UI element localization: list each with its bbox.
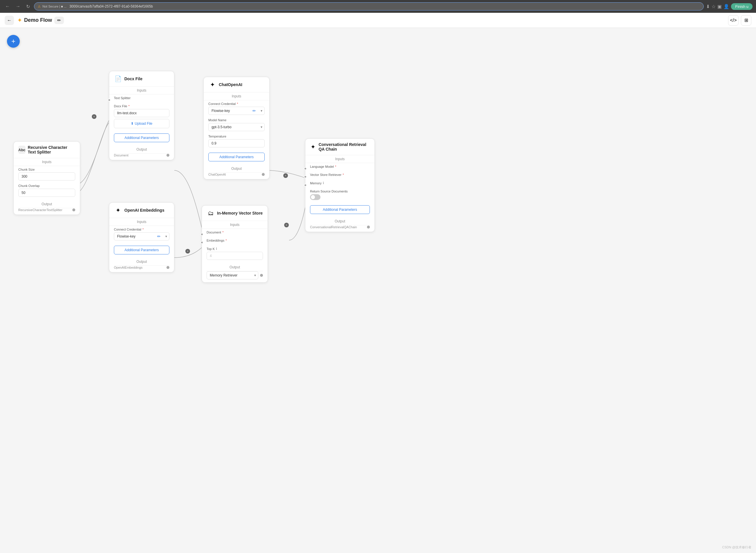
top-k-label: Top K ℹ — [207, 247, 263, 251]
top-k-info-icon[interactable]: ℹ — [216, 247, 217, 251]
conversational-qa-node: ✦ Conversational Retrieval QA Chain Inpu… — [305, 138, 375, 232]
chunk-overlap-label: Chunk Overlap — [18, 184, 75, 187]
model-name-field: Model Name gpt-3.5-turbo — [204, 116, 269, 133]
upload-file-button[interactable]: ⬆ Upload File — [114, 119, 169, 128]
docx-file-label: Docx File * — [114, 104, 169, 108]
openai-embeddings-node: ✦ OpenAI Embeddings Inputs Connect Crede… — [109, 203, 174, 272]
embeddings-icon: ✦ — [114, 206, 122, 214]
vsr-required: * — [343, 173, 344, 176]
chatopenai-output-label: Output — [208, 165, 265, 173]
model-select-wrapper: gpt-3.5-turbo — [208, 123, 265, 131]
download-btn[interactable]: ⬇ — [706, 4, 710, 9]
qa-additional-params-button[interactable]: Additional Parameters — [310, 205, 370, 214]
temperature-input[interactable] — [208, 139, 265, 147]
abc-icon: Abc — [18, 146, 25, 154]
docx-additional-params-button[interactable]: Additional Parameters — [114, 134, 169, 142]
address-text: Not Secure | ■ ... — [42, 5, 67, 8]
chatopenai-additional-params: Additional Parameters — [204, 149, 269, 163]
reload-btn[interactable]: ↻ — [24, 3, 32, 10]
chunk-overlap-input[interactable] — [18, 189, 75, 197]
save-button[interactable]: ⊞ — [741, 15, 751, 25]
vector-store-output-label: Output — [207, 263, 263, 271]
embeddings-connect-label: Embeddings * — [207, 239, 263, 242]
return-source-label: Return Source Documents — [310, 189, 370, 193]
embeddings-req-star: * — [225, 239, 226, 242]
canvas: + Abc Recursive Character Text Splitter … — [0, 28, 756, 553]
connect-credential-field: Connect Credential * Flowise-key ✏ — [204, 100, 269, 116]
forward-nav-btn[interactable]: → — [14, 3, 22, 10]
docx-additional-params: Additional Parameters — [109, 130, 174, 144]
docx-disconnect-btn[interactable]: × — [92, 114, 96, 119]
vector-store-disconnect-btn[interactable]: × — [284, 223, 289, 227]
docx-title: Docx File — [124, 76, 143, 81]
document-connector — [200, 233, 203, 236]
text-splitter-label: Text Splitter — [114, 96, 169, 100]
app-header: ← ✦ Demo Flow ✏ </> ⊞ — [0, 13, 756, 28]
vector-store-output-row: Memory Retriever — [207, 271, 263, 280]
chatopenai-output: Output ChatOpenAI — [204, 163, 269, 179]
model-name-label: Model Name — [208, 118, 265, 122]
chatopenai-title: ChatOpenAI — [219, 82, 242, 87]
memory-info-icon[interactable]: ℹ — [323, 181, 324, 185]
temperature-field: Temperature — [204, 133, 269, 149]
memory-retriever-wrapper: Memory Retriever — [207, 271, 258, 280]
edit-credential-icon[interactable]: ✏ — [253, 108, 256, 113]
memory-connector — [304, 184, 307, 187]
embeddings-required: * — [143, 228, 144, 231]
watermark: CSDN @技术修行者 — [722, 545, 751, 550]
top-k-input[interactable] — [207, 252, 263, 260]
language-model-label: Language Model * — [310, 165, 370, 168]
text-splitter-connector — [108, 98, 111, 101]
recursive-splitter-header: Abc Recursive Character Text Splitter — [14, 142, 80, 158]
app-title: ✦ Demo Flow ✏ — [17, 17, 64, 24]
return-source-toggle[interactable] — [310, 194, 320, 200]
vector-store-title: In-Memory Vector Store — [217, 211, 263, 216]
top-k-field: Top K ℹ — [202, 245, 268, 262]
back-nav-btn[interactable]: ← — [3, 3, 12, 10]
embeddings-additional-params-button[interactable]: Additional Parameters — [114, 246, 169, 254]
embeddings-disconnect-btn[interactable]: × — [185, 249, 190, 253]
address-bar[interactable]: ⚠ Not Secure | ■ ... 3000/canvas/b7affa0… — [34, 2, 704, 10]
language-model-field: Language Model * — [305, 163, 375, 171]
chunk-size-input[interactable] — [18, 172, 75, 180]
chatopenai-output-value: ChatOpenAI — [208, 173, 226, 176]
vector-store-inputs-label: Inputs — [202, 221, 268, 229]
back-button[interactable]: ← — [5, 16, 14, 25]
embeddings-credential-label: Connect Credential * — [114, 228, 169, 231]
docx-file-input[interactable] — [114, 109, 169, 117]
credential-select-wrapper: Flowise-key ✏ — [208, 107, 265, 115]
chatopenai-output-row: ChatOpenAI — [208, 173, 265, 176]
docx-file-field: Docx File * ⬆ Upload File — [109, 103, 174, 130]
vector-store-icon: 🗂 — [207, 209, 215, 217]
qa-output-value: ConversationalRetrievalQAChain — [310, 225, 357, 229]
finish-button[interactable]: Finish u — [731, 3, 753, 10]
bookmark-btn[interactable]: ☆ — [712, 4, 716, 9]
memory-retriever-select[interactable]: Memory Retriever — [207, 271, 258, 280]
connect-credential-label: Connect Credential * — [208, 102, 265, 105]
chatopenai-additional-params-button[interactable]: Additional Parameters — [208, 153, 265, 161]
profile-btn[interactable]: 👤 — [724, 4, 729, 9]
qa-additional-params: Additional Parameters — [305, 202, 375, 216]
chatopenai-disconnect-btn[interactable]: × — [283, 173, 288, 178]
embeddings-header: ✦ OpenAI Embeddings — [109, 203, 174, 218]
docx-output-dot — [167, 154, 169, 157]
code-view-button[interactable]: </> — [728, 15, 739, 25]
memory-label: Memory ℹ — [310, 181, 370, 185]
embeddings-select[interactable]: Flowise-key — [114, 232, 169, 240]
credential-select[interactable]: Flowise-key — [208, 107, 265, 115]
flow-title: Demo Flow — [24, 17, 52, 23]
chatopenai-output-dot — [262, 173, 265, 176]
embeddings-output-dot — [167, 266, 169, 269]
edit-embeddings-credential-icon[interactable]: ✏ — [157, 234, 161, 239]
add-node-button[interactable]: + — [7, 35, 20, 48]
vector-store-retriever-label: Vector Store Retriever * — [310, 173, 370, 176]
model-select[interactable]: gpt-3.5-turbo — [208, 123, 265, 131]
edit-title-button[interactable]: ✏ — [54, 17, 64, 24]
extensions-btn[interactable]: ▣ — [717, 4, 722, 9]
return-source-field: Return Source Documents — [305, 188, 375, 202]
star-icon: ✦ — [17, 17, 22, 23]
docx-output: Output Document — [109, 144, 174, 160]
vector-store-output: Output Memory Retriever — [202, 262, 268, 282]
embeddings-output-value: OpenAIEmbeddings — [114, 266, 143, 269]
text-splitter-field: Text Splitter — [109, 94, 174, 103]
